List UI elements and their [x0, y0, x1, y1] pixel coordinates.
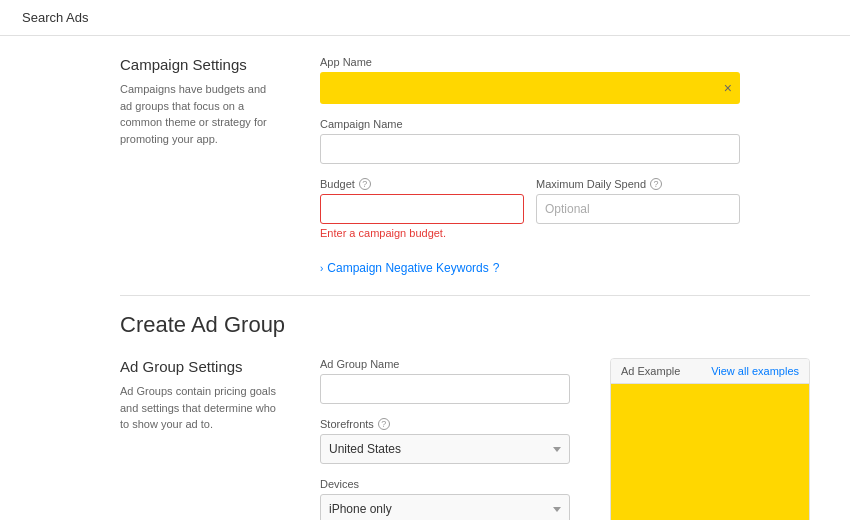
max-daily-spend-label: Maximum Daily Spend ?	[536, 178, 740, 190]
app-name-bar: ×	[320, 72, 740, 104]
storefronts-field-group: Storefronts ? United States	[320, 418, 570, 464]
campaign-settings-section: Campaign Settings Campaigns have budgets…	[120, 56, 810, 275]
app-name-close-icon[interactable]: ×	[724, 80, 732, 96]
devices-field-group: Devices iPhone only	[320, 478, 570, 520]
ad-group-section: Ad Group Settings Ad Groups contain pric…	[120, 358, 810, 520]
app-name-field-group: App Name ×	[320, 56, 740, 104]
campaign-name-input[interactable]	[320, 134, 740, 164]
devices-select[interactable]: iPhone only	[320, 494, 570, 520]
app-header: Search Ads	[0, 0, 850, 36]
app-logo: Search Ads	[16, 10, 89, 25]
app-name-label: App Name	[320, 56, 740, 68]
chevron-right-icon: ›	[320, 263, 323, 274]
negative-keywords-help-icon[interactable]: ?	[493, 261, 500, 275]
campaign-name-label: Campaign Name	[320, 118, 740, 130]
main-content: Campaign Settings Campaigns have budgets…	[0, 36, 850, 520]
ad-example-panel: Ad Example View all examples	[610, 358, 810, 520]
campaign-settings-title: Campaign Settings	[120, 56, 280, 73]
negative-keywords-toggle[interactable]: › Campaign Negative Keywords ?	[320, 261, 740, 275]
ad-example-label: Ad Example	[621, 365, 680, 377]
budget-label: Budget ?	[320, 178, 524, 190]
campaign-settings-desc: Campaigns have budgets and ad groups tha…	[120, 81, 280, 147]
devices-label: Devices	[320, 478, 570, 490]
create-ad-group-title: Create Ad Group	[120, 312, 810, 338]
storefronts-help-icon[interactable]: ?	[378, 418, 390, 430]
budget-row: Budget ? Enter a campaign budget. Maximu…	[320, 178, 740, 253]
campaign-name-field-group: Campaign Name	[320, 118, 740, 164]
max-daily-spend-input[interactable]	[536, 194, 740, 224]
ad-group-settings-title: Ad Group Settings	[120, 358, 280, 375]
ad-group-settings-center: Ad Group Name Storefronts ? United State…	[320, 358, 570, 520]
campaign-settings-left: Campaign Settings Campaigns have budgets…	[120, 56, 280, 275]
budget-field-group: Budget ? Enter a campaign budget.	[320, 178, 524, 239]
ad-group-settings-left: Ad Group Settings Ad Groups contain pric…	[120, 358, 280, 520]
budget-error-msg: Enter a campaign budget.	[320, 227, 524, 239]
section-divider	[120, 295, 810, 296]
storefronts-select[interactable]: United States	[320, 434, 570, 464]
ad-group-settings-desc: Ad Groups contain pricing goals and sett…	[120, 383, 280, 433]
ad-group-name-label: Ad Group Name	[320, 358, 570, 370]
storefronts-label: Storefronts ?	[320, 418, 570, 430]
budget-help-icon[interactable]: ?	[359, 178, 371, 190]
budget-input[interactable]	[320, 194, 524, 224]
ad-example-panel-container: Ad Example View all examples	[610, 358, 810, 520]
ad-group-name-input[interactable]	[320, 374, 570, 404]
view-all-examples-link[interactable]: View all examples	[711, 365, 799, 377]
ad-example-header: Ad Example View all examples	[611, 359, 809, 384]
max-daily-spend-help-icon[interactable]: ?	[650, 178, 662, 190]
app-name: Search Ads	[22, 10, 89, 25]
negative-keywords-label: Campaign Negative Keywords	[327, 261, 488, 275]
ad-group-name-field-group: Ad Group Name	[320, 358, 570, 404]
ad-example-image	[611, 384, 809, 520]
campaign-settings-right: App Name × Campaign Name Budget ? E	[320, 56, 740, 275]
max-daily-spend-field-group: Maximum Daily Spend ?	[536, 178, 740, 239]
